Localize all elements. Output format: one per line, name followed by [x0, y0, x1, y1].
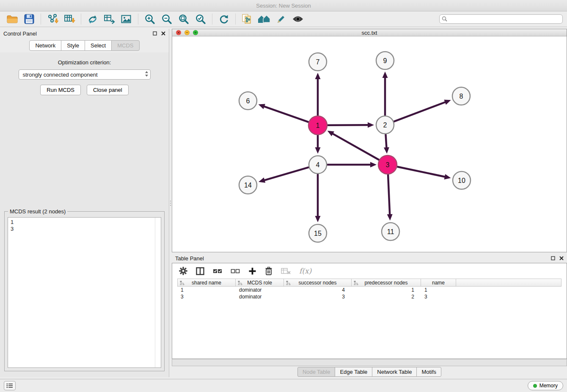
graph-edge[interactable] [259, 167, 308, 182]
right-column: scc.txt 7968124314101511 [172, 29, 567, 377]
style-brush-icon [276, 14, 286, 24]
save-session-button[interactable] [21, 12, 37, 26]
zoom-fit-button[interactable] [176, 12, 192, 26]
select-all-columns-button[interactable] [213, 268, 222, 274]
graph-node[interactable]: 4 [309, 156, 327, 174]
export-image-button[interactable] [118, 12, 135, 26]
function-builder-button[interactable]: f(x) [299, 267, 311, 275]
network-window-titlebar[interactable]: scc.txt [172, 29, 567, 36]
close-panel-button[interactable] [161, 31, 165, 36]
zoom-in-button[interactable] [142, 12, 158, 26]
graph-node[interactable]: 10 [453, 171, 471, 189]
status-bar: Memory [0, 379, 567, 392]
cell-shared-name: 1 [177, 287, 236, 293]
graph-node[interactable]: 9 [376, 52, 394, 69]
main-toolbar [0, 11, 567, 27]
graph-node[interactable]: 8 [452, 87, 470, 105]
network-arrows-icon [87, 14, 98, 25]
graph-node-selected[interactable]: 3 [378, 155, 397, 174]
toolbar-search [439, 14, 563, 24]
mcds-result-list[interactable]: 1 3 [8, 217, 161, 368]
create-column-button[interactable] [248, 267, 256, 275]
style-paint-button[interactable] [273, 12, 289, 26]
graph-edge[interactable] [328, 162, 377, 168]
import-network-button[interactable] [44, 12, 61, 26]
unselect-all-icon [231, 268, 240, 274]
tab-select[interactable]: Select [85, 40, 112, 51]
result-list-item[interactable]: 3 [11, 226, 158, 232]
svg-text:15: 15 [314, 230, 322, 237]
window-titlebar[interactable]: Session: New Session [0, 0, 567, 11]
tab-motifs[interactable]: Motifs [416, 367, 441, 377]
graph-edge[interactable] [384, 135, 389, 154]
graph-edge[interactable] [259, 104, 309, 122]
graph-edge[interactable] [328, 131, 379, 160]
window-title: Session: New Session [256, 3, 311, 9]
column-header-successor-nodes[interactable]: successor nodes [284, 279, 352, 287]
delete-table-icon [281, 268, 291, 274]
first-neighbors-button[interactable] [256, 12, 272, 26]
toolbar-divider [212, 14, 212, 25]
search-input[interactable] [439, 14, 563, 24]
tab-network[interactable]: Network [29, 40, 61, 51]
graph-edge[interactable] [394, 99, 451, 121]
tab-style[interactable]: Style [61, 40, 85, 51]
zoom-out-button[interactable] [159, 12, 175, 26]
import-table-button[interactable] [61, 12, 77, 26]
unselect-all-columns-button[interactable] [231, 268, 240, 274]
svg-text:9: 9 [383, 57, 387, 64]
image-export-icon [121, 14, 132, 24]
open-session-button[interactable] [4, 12, 20, 26]
graphics-details-button[interactable] [290, 12, 306, 26]
duplicate-network-button[interactable] [239, 12, 255, 26]
graph-edge[interactable] [328, 122, 374, 128]
cell-shared-name: 3 [177, 293, 236, 300]
graph-node[interactable]: 15 [309, 224, 327, 242]
graph-edge[interactable] [315, 174, 321, 222]
svg-text:1: 1 [316, 122, 320, 129]
cell-successor-nodes: 4 [284, 287, 352, 293]
new-network-button[interactable] [85, 12, 101, 26]
graph-edge[interactable] [315, 135, 321, 154]
graph-node[interactable]: 11 [382, 223, 399, 240]
table-row[interactable]: 3 dominator 3 2 3 [177, 293, 561, 300]
export-table-button[interactable] [102, 12, 118, 26]
graph-node[interactable]: 6 [239, 92, 257, 110]
column-header-shared-name[interactable]: shared name [177, 279, 236, 287]
memory-button[interactable]: Memory [528, 381, 563, 390]
graph-node[interactable]: 2 [376, 116, 394, 134]
zoom-selected-button[interactable] [193, 12, 209, 26]
graph-edge[interactable] [383, 72, 388, 115]
delete-table-button[interactable] [281, 268, 291, 274]
column-header-mcds-role[interactable]: MCDS role [236, 279, 284, 287]
graph-edge[interactable] [315, 73, 321, 116]
close-table-panel-button[interactable] [559, 256, 564, 260]
network-canvas[interactable]: 7968124314101511 [172, 36, 567, 252]
graph-node-selected[interactable]: 1 [308, 116, 327, 135]
tab-node-table[interactable]: Node Table [297, 367, 336, 377]
mcds-panel-content: Optimization criterion: strongly connect… [0, 52, 169, 377]
optimization-criterion-dropdown[interactable]: strongly connected component [19, 69, 151, 80]
tab-edge-table[interactable]: Edge Table [335, 367, 372, 377]
float-table-panel-button[interactable] [551, 256, 555, 260]
table-row[interactable]: 1 dominator 4 1 1 [177, 287, 561, 293]
delete-column-button[interactable] [265, 267, 272, 276]
tab-mcds[interactable]: MCDS [111, 40, 139, 51]
show-columns-button[interactable] [196, 267, 204, 275]
graph-node[interactable]: 14 [239, 176, 257, 194]
column-header-predecessor-nodes[interactable]: predecessor nodes [352, 279, 421, 287]
column-header-name[interactable]: name [421, 279, 456, 287]
graph-edge[interactable] [387, 174, 393, 221]
run-mcds-button[interactable]: Run MCDS [40, 85, 81, 95]
table-horizontal-scrollbar[interactable] [172, 359, 567, 366]
result-list-item[interactable]: 1 [11, 219, 158, 226]
float-panel-button[interactable] [153, 31, 157, 36]
task-history-button[interactable] [4, 381, 16, 390]
control-panel-header: Control Panel [0, 29, 169, 38]
tab-network-table[interactable]: Network Table [372, 367, 417, 377]
graph-edge[interactable] [397, 167, 451, 179]
refresh-layout-button[interactable] [216, 12, 232, 26]
table-settings-button[interactable] [179, 267, 187, 275]
graph-node[interactable]: 7 [309, 53, 327, 71]
close-panel-action-button[interactable]: Close panel [87, 85, 129, 95]
